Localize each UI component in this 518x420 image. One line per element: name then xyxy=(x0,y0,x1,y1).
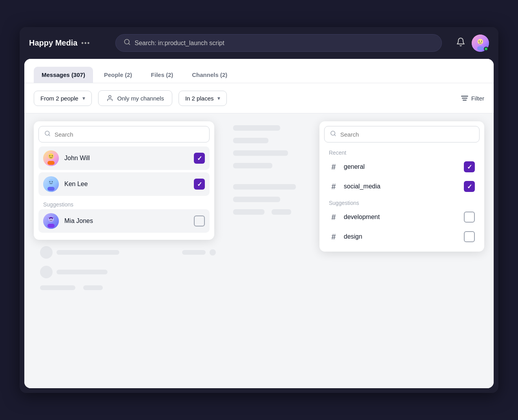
checkbox-john[interactable] xyxy=(194,153,205,164)
brand-dots: ••• xyxy=(81,40,90,47)
in-places-dropdown[interactable]: In 2 places ▾ xyxy=(179,91,227,106)
in-places-label: In 2 places xyxy=(185,95,214,102)
svg-point-7 xyxy=(109,95,111,98)
svg-point-23 xyxy=(49,218,50,219)
tab-messages[interactable]: Messages (307) xyxy=(34,67,93,83)
tab-files[interactable]: Files (2) xyxy=(143,67,181,83)
app-wrapper: Happy Media ••• Search: in:product_launc… xyxy=(20,27,498,393)
checkbox-social-media[interactable] xyxy=(464,181,475,192)
global-search-bar[interactable]: Search: in:product_launch script xyxy=(115,34,442,52)
people-search-input[interactable] xyxy=(55,131,204,138)
global-search-text: Search: in:product_launch script xyxy=(135,40,224,47)
channel-row-design[interactable]: # design xyxy=(324,227,480,246)
svg-rect-22 xyxy=(47,224,55,228)
filter-label: Filter xyxy=(471,95,484,102)
svg-point-5 xyxy=(479,40,480,41)
places-search-field[interactable] xyxy=(324,126,480,142)
channel-name-development: development xyxy=(344,214,458,221)
places-suggestions-label: Suggestions xyxy=(324,197,480,208)
svg-point-11 xyxy=(48,153,54,159)
from-people-chevron-icon: ▾ xyxy=(82,95,85,101)
svg-point-24 xyxy=(52,218,53,219)
places-search-input[interactable] xyxy=(340,131,474,138)
svg-point-18 xyxy=(49,181,50,182)
svg-rect-17 xyxy=(47,187,55,191)
svg-rect-4 xyxy=(477,46,483,50)
person-icon xyxy=(106,95,113,102)
people-dropdown-panel: John Will xyxy=(34,121,222,380)
hash-icon-design: # xyxy=(329,232,338,241)
from-people-dropdown[interactable]: From 2 people ▾ xyxy=(34,91,92,106)
avatar[interactable] xyxy=(472,35,489,52)
hash-icon-general: # xyxy=(329,163,338,172)
brand-name: Happy Media xyxy=(29,38,77,47)
tab-bar: Messages (307) People (2) Files (2) Chan… xyxy=(24,59,494,83)
person-name-john: John Will xyxy=(64,155,188,162)
person-name-mia: Mia Jones xyxy=(64,217,188,225)
channel-row-development[interactable]: # development xyxy=(324,208,480,226)
avatar-mia xyxy=(43,213,59,229)
channel-name-social-media: social_media xyxy=(344,183,458,190)
person-name-ken: Ken Lee xyxy=(64,181,188,188)
svg-line-1 xyxy=(128,43,130,44)
avatar-john xyxy=(43,150,59,166)
filter-lines-icon xyxy=(461,96,468,100)
skeleton-left xyxy=(34,246,222,290)
hash-icon-development: # xyxy=(329,213,338,222)
in-places-chevron-icon: ▾ xyxy=(217,95,220,101)
svg-line-9 xyxy=(49,135,50,136)
global-search-icon xyxy=(124,38,131,47)
people-dropdown: John Will xyxy=(34,121,214,240)
svg-point-3 xyxy=(478,39,483,44)
svg-point-19 xyxy=(52,181,53,182)
person-row-ken[interactable]: Ken Lee xyxy=(38,172,210,196)
brand: Happy Media ••• xyxy=(29,38,108,47)
topbar-right xyxy=(450,35,489,52)
people-search-field[interactable] xyxy=(38,126,210,142)
places-dropdown-section: Recent # general # social_media Sugg xyxy=(361,121,484,380)
avatar-online-indicator xyxy=(484,47,488,51)
svg-point-16 xyxy=(48,179,54,185)
svg-point-6 xyxy=(481,40,482,41)
places-dropdown: Recent # general # social_media Sugg xyxy=(319,121,484,252)
person-row-mia[interactable]: Mia Jones xyxy=(38,209,210,233)
channel-name-general: general xyxy=(344,163,458,170)
filter-bar: From 2 people ▾ Only my channels In 2 pl… xyxy=(24,83,494,113)
tab-channels[interactable]: Channels (2) xyxy=(184,67,235,83)
svg-point-14 xyxy=(52,155,53,156)
body-area: John Will xyxy=(24,113,494,388)
hash-icon-social-media: # xyxy=(329,182,338,191)
tab-people[interactable]: People (2) xyxy=(96,67,140,83)
svg-line-26 xyxy=(334,135,336,136)
people-suggestions-label: Suggestions xyxy=(38,198,210,209)
topbar: Happy Media ••• Search: in:product_launc… xyxy=(20,27,498,59)
channel-row-social-media[interactable]: # social_media xyxy=(324,177,480,196)
checkbox-design[interactable] xyxy=(464,231,475,242)
main-panel: Messages (307) People (2) Files (2) Chan… xyxy=(24,59,494,388)
places-search-icon xyxy=(330,130,336,138)
filter-button[interactable]: Filter xyxy=(461,95,484,102)
channel-name-design: design xyxy=(344,233,458,240)
people-search-icon xyxy=(44,130,51,138)
checkbox-general[interactable] xyxy=(464,161,475,172)
from-people-label: From 2 people xyxy=(40,95,78,102)
only-channels-label: Only my channels xyxy=(117,95,164,102)
svg-point-13 xyxy=(49,155,50,156)
only-my-channels-button[interactable]: Only my channels xyxy=(98,90,172,106)
places-recent-label: Recent xyxy=(324,146,480,157)
person-row-john[interactable]: John Will xyxy=(38,146,210,170)
checkbox-mia[interactable] xyxy=(194,215,205,226)
svg-rect-12 xyxy=(47,161,55,165)
avatar-ken xyxy=(43,176,59,192)
notification-bell-icon[interactable] xyxy=(456,37,465,49)
channel-row-general[interactable]: # general xyxy=(324,157,480,176)
checkbox-ken[interactable] xyxy=(194,179,205,190)
checkbox-development[interactable] xyxy=(464,212,475,223)
